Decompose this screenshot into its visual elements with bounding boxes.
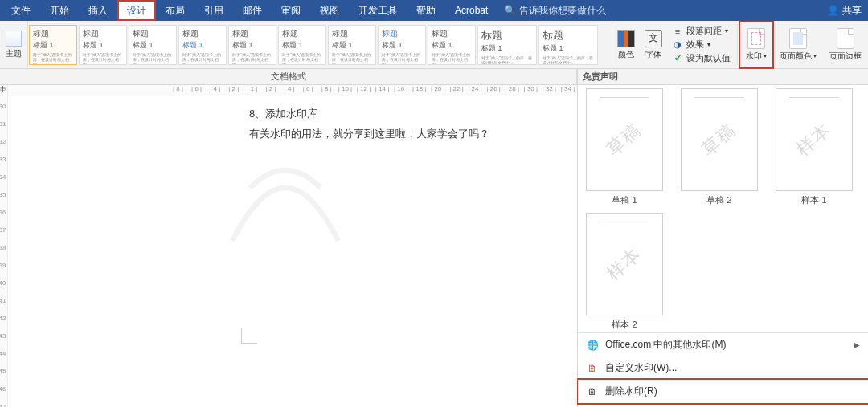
style-thumb[interactable]: 标题标题 1对于“插入”选项卡上的库，在设计时与文档中… [228,25,276,65]
themes-group: 主题 [0,21,28,68]
watermark-gallery-header: 免责声明 [577,69,868,84]
chevron-down-icon: ▾ [764,52,767,59]
tab-layout[interactable]: 布局 [156,0,194,21]
style-thumb[interactable]: 标题 标题 1 对于“插入”选项卡上的库，在设计时与文档中… [29,25,77,65]
remove-icon: 🗎 [586,385,599,398]
tab-references[interactable]: 引用 [194,0,233,21]
style-thumb[interactable]: 标题标题 1对于“插入”选项卡上的库，在设计时与文档中… [538,25,598,65]
themes-icon [6,31,22,47]
watermark-caption: 草稿 2 [706,194,731,206]
tell-me-label: 告诉我你想要做什么 [519,4,606,18]
page-color-label: 页面颜色 [780,51,812,62]
ruler-corner: L [0,85,8,96]
tab-design[interactable]: 设计 [117,0,156,21]
ribbon-design: 主题 标题 标题 1 对于“插入”选项卡上的库，在设计时与文档中… 标题标题 1… [0,21,868,69]
style-thumb[interactable]: 标题标题 1对于“插入”选项卡上的库，在设计时与文档中… [278,25,326,65]
tab-mailings[interactable]: 邮件 [233,0,272,21]
chevron-down-icon: ▾ [725,27,728,35]
watermark-preset-sample1[interactable]: 样本 样本 1 [774,88,854,206]
style-thumb-body: 对于“插入”选项卡上的库，在设计时与文档中… [33,52,73,65]
page-color-icon [789,28,807,49]
style-thumb[interactable]: 标题标题 1对于“插入”选项卡上的库，在设计时与文档中… [79,25,127,65]
tab-acrobat[interactable]: Acrobat [445,0,497,21]
chevron-down-icon: ▾ [813,52,817,59]
watermark-preset-draft2[interactable]: 草稿 草稿 2 [679,88,760,206]
doc-line: 8、添加水印库 [249,104,577,124]
page-color-button[interactable]: 页面颜色▾ [773,21,823,68]
main-area: 2930313233343536373839404142434445464748… [0,85,868,407]
page-corner-mark [241,328,257,344]
menu-custom-watermark[interactable]: 🗎 自定义水印(W)... [578,356,868,380]
page-icon: 🗎 [586,362,599,375]
fonts-label: 字体 [645,49,661,60]
paragraph-options: ≡段落间距▾ ◑效果▾ ✔设为默认值 [667,21,735,68]
watermark-caption: 样本 2 [612,319,637,331]
style-set-scroller[interactable]: 标题 标题 1 对于“插入”选项卡上的库，在设计时与文档中… 标题标题 1对于“… [28,22,599,67]
doc-line: 有关水印的用法，就分享到这里啦，大家学会了吗？ [249,124,577,144]
tab-insert[interactable]: 插入 [79,0,117,21]
check-icon: ✔ [672,53,683,64]
menu-more-office[interactable]: 🌐 Office.com 中的其他水印(M) ▶ [578,333,868,356]
style-thumb-title: 标题 [33,28,73,39]
set-default-button[interactable]: ✔设为默认值 [672,51,731,65]
group-label-row: 文档格式 免责声明 [0,69,868,85]
search-icon: 🔍 [504,5,516,16]
share-button[interactable]: 👤 共享 [827,0,862,21]
page-border-button[interactable]: 页面边框 [823,21,868,68]
tab-dev[interactable]: 开发工具 [349,0,407,21]
style-thumb[interactable]: 标题标题 1对于“插入”选项卡上的库，在设计时与文档中… [178,25,227,65]
watermark-preset-sample2[interactable]: 样本 样本 2 [584,213,665,331]
separator [737,24,738,65]
tab-help[interactable]: 帮助 [407,0,445,21]
style-thumb[interactable]: 标题标题 1对于“插入”选项卡上的库，在设计时与文档中… [378,25,426,65]
paragraph-spacing[interactable]: ≡段落间距▾ [672,24,731,38]
ribbon-right-group: 颜色 文 字体 ≡段落间距▾ ◑效果▾ ✔设为默认值 水印▾ 页面颜色▾ 页面边… [612,21,868,68]
chevron-right-icon: ▶ [854,340,860,349]
sparkle-icon: ◑ [672,39,683,51]
watermark-caption: 样本 1 [801,194,826,206]
page-border-icon [837,28,854,49]
watermark-icon [747,28,765,49]
watermark-preset-draft1[interactable]: 草稿 草稿 1 [584,88,665,206]
style-thumb[interactable]: 标题标题 1对于“插入”选项卡上的库，在设计时与文档中… [328,25,376,65]
watermark-button[interactable]: 水印▾ [739,21,773,68]
fonts-icon: 文 [645,30,662,47]
doc-format-label: 文档格式 [0,69,577,84]
vertical-ruler: 2930313233343536373839404142434445464748 [0,85,8,407]
watermark-menu: 🌐 Office.com 中的其他水印(M) ▶ 🗎 自定义水印(W)... 🗎… [578,332,868,407]
horizontal-ruler: | 8 || 6 || 4 || 2 || 1 || 2 || 4 || 6 |… [8,85,577,96]
effects-button[interactable]: ◑效果▾ [672,38,731,51]
colors-button[interactable]: 颜色 [612,21,640,68]
colors-label: 颜色 [618,49,634,60]
tell-me-search[interactable]: 🔍 告诉我你想要做什么 [504,0,606,21]
menu-save-to-gallery: 🗄 将所选内容保存到水印库(S)... [578,403,868,407]
cloud-icon: 🌐 [586,339,599,352]
document-area[interactable]: L | 8 || 6 || 4 || 2 || 1 || 2 || 4 || 6… [8,85,577,407]
watermark-caption: 草稿 1 [612,194,637,206]
style-thumb[interactable]: 标题标题 1对于“插入”选项卡上的库，在设计时与文档中… [129,25,177,65]
ribbon-tabs: 文件 开始 插入 设计 布局 引用 邮件 审阅 视图 开发工具 帮助 Acrob… [0,0,868,21]
tab-view[interactable]: 视图 [310,0,349,21]
style-set-group: 标题 标题 1 对于“插入”选项卡上的库，在设计时与文档中… 标题标题 1对于“… [28,21,612,68]
share-label: 共享 [842,4,862,18]
lines-icon: ≡ [672,26,683,37]
menu-remove-watermark[interactable]: 🗎 删除水印(R) [578,380,868,403]
fonts-button[interactable]: 文 字体 [640,21,667,68]
watermark-gallery: 草稿 草稿 1 草稿 草稿 2 样本 样本 1 样本 样本 2 [578,85,868,331]
watermark-dropdown-panel: 草稿 草稿 1 草稿 草稿 2 样本 样本 1 样本 样本 2 🌐 Office… [577,85,868,407]
share-icon: 👤 [827,5,839,16]
tab-home[interactable]: 开始 [40,0,79,21]
chevron-down-icon: ▾ [707,41,710,48]
tab-review[interactable]: 审阅 [272,0,310,21]
themes-label: 主题 [6,48,22,59]
themes-button[interactable]: 主题 [3,31,24,59]
document-content[interactable]: 8、添加水印库 有关水印的用法，就分享到这里啦，大家学会了吗？ [8,100,577,407]
style-thumb[interactable]: 标题标题 1对于“插入”选项卡上的库，在设计时与文档中… [428,25,476,65]
tab-file[interactable]: 文件 [2,0,40,21]
style-thumb[interactable]: 标题标题 1对于“插入”选项卡上的库，在设计时与文档中… [477,25,537,65]
colors-icon [617,30,635,47]
style-thumb-sub: 标题 1 [33,40,73,51]
watermark-label: 水印 [746,51,762,62]
page-border-label: 页面边框 [829,51,862,62]
